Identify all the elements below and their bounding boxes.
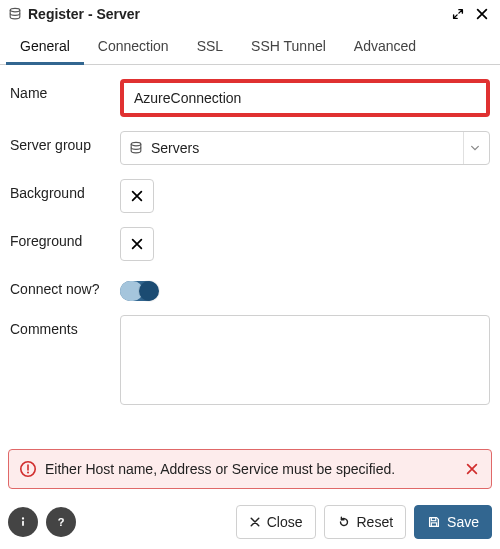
tab-ssh-tunnel[interactable]: SSH Tunnel bbox=[237, 28, 340, 65]
row-background: Background bbox=[10, 179, 490, 213]
comments-label: Comments bbox=[10, 315, 120, 337]
alert-message: Either Host name, Address or Service mus… bbox=[45, 461, 463, 477]
svg-point-5 bbox=[22, 517, 24, 519]
expand-button[interactable] bbox=[450, 6, 466, 22]
svg-rect-9 bbox=[431, 523, 436, 527]
help-button[interactable]: ? bbox=[46, 507, 76, 537]
x-icon bbox=[130, 189, 144, 203]
footer: ? Close Reset Save bbox=[0, 499, 500, 549]
row-connect-now: Connect now? bbox=[10, 275, 490, 301]
close-window-button[interactable] bbox=[474, 6, 490, 22]
db-icon bbox=[129, 141, 143, 155]
svg-point-0 bbox=[10, 8, 20, 12]
question-icon: ? bbox=[53, 514, 69, 530]
reset-button[interactable]: Reset bbox=[324, 505, 407, 539]
row-name: Name bbox=[10, 79, 490, 117]
info-button[interactable] bbox=[8, 507, 38, 537]
window-title: Register - Server bbox=[28, 6, 442, 22]
svg-rect-8 bbox=[431, 518, 435, 521]
name-input[interactable] bbox=[120, 79, 490, 117]
svg-text:?: ? bbox=[58, 516, 65, 528]
background-label: Background bbox=[10, 179, 120, 201]
server-group-select[interactable]: Servers bbox=[120, 131, 490, 165]
svg-rect-6 bbox=[22, 521, 24, 526]
foreground-clear-button[interactable] bbox=[120, 227, 154, 261]
reset-icon bbox=[337, 515, 351, 529]
connect-now-label: Connect now? bbox=[10, 275, 120, 297]
row-server-group: Server group Servers bbox=[10, 131, 490, 165]
tab-advanced[interactable]: Advanced bbox=[340, 28, 430, 65]
row-foreground: Foreground bbox=[10, 227, 490, 261]
chevron-down-icon bbox=[463, 132, 485, 164]
name-label: Name bbox=[10, 79, 120, 101]
form: Name Server group Servers Background bbox=[0, 65, 500, 449]
toggle-knob bbox=[139, 281, 159, 301]
foreground-label: Foreground bbox=[10, 227, 120, 249]
close-label: Close bbox=[267, 514, 303, 530]
reset-label: Reset bbox=[357, 514, 394, 530]
db-icon bbox=[8, 7, 22, 21]
save-icon bbox=[427, 515, 441, 529]
tab-ssl[interactable]: SSL bbox=[183, 28, 237, 65]
tab-general[interactable]: General bbox=[6, 28, 84, 65]
alert-close-button[interactable] bbox=[463, 460, 481, 478]
tabs: General Connection SSL SSH Tunnel Advanc… bbox=[0, 28, 500, 65]
save-label: Save bbox=[447, 514, 479, 530]
alert-circle-icon bbox=[19, 460, 37, 478]
server-group-value: Servers bbox=[151, 140, 463, 156]
background-clear-button[interactable] bbox=[120, 179, 154, 213]
error-alert: Either Host name, Address or Service mus… bbox=[8, 449, 492, 489]
save-button[interactable]: Save bbox=[414, 505, 492, 539]
x-icon bbox=[130, 237, 144, 251]
svg-point-1 bbox=[131, 142, 141, 146]
row-comments: Comments bbox=[10, 315, 490, 408]
comments-input[interactable] bbox=[120, 315, 490, 405]
connect-now-toggle[interactable] bbox=[120, 281, 158, 301]
svg-point-4 bbox=[27, 472, 29, 474]
x-icon bbox=[465, 462, 479, 476]
titlebar: Register - Server bbox=[0, 0, 500, 28]
x-icon bbox=[249, 516, 261, 528]
close-button[interactable]: Close bbox=[236, 505, 316, 539]
server-group-label: Server group bbox=[10, 131, 120, 153]
info-icon bbox=[16, 515, 30, 529]
tab-connection[interactable]: Connection bbox=[84, 28, 183, 65]
